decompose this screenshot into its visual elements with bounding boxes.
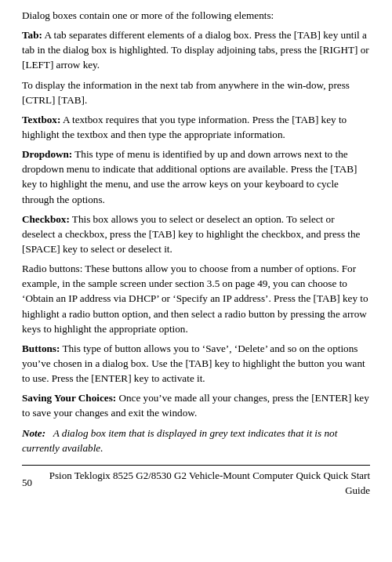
tab-body-line2: To display the information in the next t… xyxy=(22,79,350,106)
note-text: A dialog box item that is displayed in g… xyxy=(22,427,337,454)
footer-text: Psion Teklogix 8525 G2/8530 G2 Vehicle-M… xyxy=(45,469,370,499)
tab-paragraph-2: To display the information in the next t… xyxy=(22,78,370,107)
footer-bar: 50 Psion Teklogix 8525 G2/8530 G2 Vehicl… xyxy=(22,465,370,499)
textbox-paragraph: Textbox: A textbox requires that you typ… xyxy=(22,112,370,142)
radio-paragraph: Radio buttons: These buttons allow you t… xyxy=(22,261,370,336)
saving-paragraph: Saving Your Choices: Once you’ve made al… xyxy=(22,390,370,420)
tab-section: Tab: A tab separates different elements … xyxy=(22,27,370,107)
buttons-section: Buttons: This type of button allows you … xyxy=(22,341,370,386)
buttons-paragraph: Buttons: This type of button allows you … xyxy=(22,341,370,386)
buttons-term: Buttons: xyxy=(22,343,60,354)
tab-body-line1: A tab separates different elements of a … xyxy=(22,29,369,71)
textbox-term: Textbox: xyxy=(22,114,60,125)
checkbox-term: Checkbox: xyxy=(22,213,70,225)
checkbox-paragraph: Checkbox: This box allows you to select … xyxy=(22,212,370,256)
textbox-body: A textbox requires that you type informa… xyxy=(22,114,347,140)
radio-body: Radio buttons: These buttons allow you t… xyxy=(22,263,368,335)
saving-term: Saving Your Choices: xyxy=(22,392,116,404)
intro-text: Dialog boxes contain one or more of the … xyxy=(22,8,370,23)
tab-term: Tab: xyxy=(22,29,42,41)
dropdown-paragraph: Dropdown: This type of menu is identifie… xyxy=(22,147,370,207)
checkbox-body: This box allows you to select or deselec… xyxy=(22,213,360,255)
note-section: Note: A dialog box item that is displaye… xyxy=(22,426,370,455)
radio-section: Radio buttons: These buttons allow you t… xyxy=(22,261,370,336)
note-paragraph: Note: A dialog box item that is displaye… xyxy=(22,426,370,455)
note-label: Note: xyxy=(22,427,45,439)
sections-container: Tab: A tab separates different elements … xyxy=(22,27,370,455)
intro-paragraph: Dialog boxes contain one or more of the … xyxy=(22,8,370,23)
dropdown-section: Dropdown: This type of menu is identifie… xyxy=(22,147,370,207)
dropdown-body: This type of menu is identified by up an… xyxy=(22,148,357,205)
textbox-section: Textbox: A textbox requires that you typ… xyxy=(22,112,370,142)
saving-section: Saving Your Choices: Once you’ve made al… xyxy=(22,390,370,420)
buttons-body: This type of button allows you to ‘Save’… xyxy=(22,343,365,384)
footer-page: 50 xyxy=(22,476,45,491)
dropdown-term: Dropdown: xyxy=(22,148,72,160)
checkbox-section: Checkbox: This box allows you to select … xyxy=(22,212,370,256)
tab-paragraph: Tab: A tab separates different elements … xyxy=(22,27,370,72)
